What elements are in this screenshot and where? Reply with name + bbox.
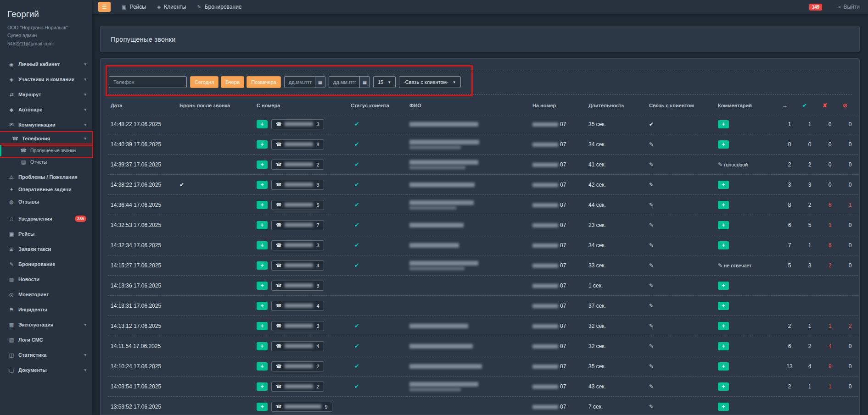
- call-from-number-button[interactable]: ☎2: [271, 382, 324, 392]
- phone-filter-input[interactable]: [109, 76, 187, 88]
- add-booking-button[interactable]: +: [257, 302, 268, 310]
- sidebar-item-route[interactable]: ⇄Маршрут▾: [0, 87, 92, 102]
- call-from-number-button[interactable]: ☎9: [271, 402, 332, 412]
- sidebar-item-personal-cabinet[interactable]: ◉Личный кабинет▾: [0, 57, 92, 72]
- add-booking-button[interactable]: +: [257, 120, 268, 128]
- add-booking-button[interactable]: +: [257, 282, 268, 290]
- sidebar-item-documents[interactable]: ▢Документы▾: [0, 363, 92, 378]
- add-comment-button[interactable]: +: [718, 201, 729, 209]
- add-booking-button[interactable]: +: [257, 362, 268, 371]
- add-booking-button[interactable]: +: [257, 342, 268, 350]
- per-page-select[interactable]: 15 ▼: [373, 76, 396, 88]
- topnav-booking[interactable]: ✎Бронирование: [197, 4, 241, 10]
- sidebar-item-participants[interactable]: ◈Участники и компании▾: [0, 72, 92, 87]
- add-comment-button[interactable]: +: [718, 362, 729, 371]
- call-from-number-button[interactable]: ☎3: [271, 240, 324, 250]
- sidebar-item-missed-calls[interactable]: ☎Пропущеные звонки: [0, 145, 92, 156]
- cell-to: 07: [530, 195, 586, 215]
- edit-icon[interactable]: ✎: [649, 383, 654, 390]
- sidebar-item-communications[interactable]: ✉Коммуникации▾: [0, 117, 92, 133]
- sidebar-item-statistics[interactable]: ◫Статистика▾: [0, 348, 92, 363]
- edit-icon[interactable]: ✎: [649, 242, 654, 249]
- sidebar-item-notifications[interactable]: ⍾Уведомления239: [0, 211, 92, 227]
- add-booking-button[interactable]: +: [257, 322, 268, 330]
- calendar-icon[interactable]: ▦: [315, 77, 325, 88]
- filter-today-button[interactable]: Сегодня: [190, 76, 218, 88]
- add-booking-button[interactable]: +: [257, 261, 268, 270]
- call-from-number-button[interactable]: ☎3: [271, 321, 324, 331]
- sidebar-item-incidents[interactable]: ⚑Инциденты: [0, 302, 92, 317]
- add-comment-button[interactable]: +: [718, 322, 729, 330]
- add-comment-button[interactable]: +: [718, 181, 729, 189]
- edit-icon[interactable]: ✎: [649, 202, 654, 208]
- call-from-number-button[interactable]: ☎2: [271, 361, 324, 371]
- edit-icon[interactable]: ✎: [649, 343, 654, 349]
- calendar-icon[interactable]: ▦: [359, 77, 370, 88]
- add-comment-button[interactable]: +: [718, 302, 729, 310]
- call-from-number-button[interactable]: ☎2: [271, 160, 324, 170]
- edit-icon[interactable]: ✎: [649, 323, 654, 329]
- menu-toggle-button[interactable]: ☰: [98, 2, 111, 12]
- add-comment-button[interactable]: +: [718, 382, 729, 391]
- add-comment-button[interactable]: +: [718, 140, 729, 149]
- date-from-input[interactable]: дд.мм.гггг ▦: [284, 76, 325, 88]
- sidebar-item-problems[interactable]: ⚠Проблемы / Пожелания: [0, 171, 92, 183]
- sidebar-item-monitoring[interactable]: ◎Мониторинг: [0, 287, 92, 302]
- logout-button[interactable]: ⇥ Выйти: [836, 4, 860, 10]
- edit-icon[interactable]: ✎: [649, 363, 654, 370]
- call-from-number-button[interactable]: ☎3: [271, 119, 324, 129]
- cell-link: ✎: [646, 235, 715, 255]
- topnav-clients[interactable]: ◈Клиенты: [157, 4, 186, 10]
- edit-icon[interactable]: ✎: [649, 282, 654, 289]
- add-booking-button[interactable]: +: [257, 140, 268, 149]
- add-comment-button[interactable]: +: [718, 120, 729, 128]
- sidebar-item-exploitation[interactable]: ▦Эксплуатация▾: [0, 317, 92, 332]
- add-booking-button[interactable]: +: [257, 181, 268, 189]
- add-comment-button[interactable]: +: [718, 403, 729, 411]
- add-booking-button[interactable]: +: [257, 221, 268, 229]
- call-from-number-button[interactable]: ☎4: [271, 301, 324, 311]
- sidebar-item-telephony[interactable]: ☎Телефония▾: [0, 133, 92, 145]
- call-from-number-button[interactable]: ☎4: [271, 260, 324, 271]
- cell-link: ✎: [646, 276, 715, 296]
- sidebar-item-fleet[interactable]: ◆Автопарк▾: [0, 102, 92, 117]
- call-from-number-button[interactable]: ☎3: [271, 281, 324, 291]
- sidebar-item-operational-tasks[interactable]: ✦Оперативные задачи: [0, 183, 92, 196]
- edit-icon[interactable]: ✎: [649, 141, 654, 148]
- call-from-number-button[interactable]: ☎4: [271, 341, 324, 351]
- add-booking-button[interactable]: +: [257, 160, 268, 169]
- add-booking-button[interactable]: +: [257, 241, 268, 249]
- date-to-input[interactable]: дд.мм.гггг ▦: [329, 76, 370, 88]
- add-comment-button[interactable]: +: [718, 282, 729, 290]
- add-booking-button[interactable]: +: [257, 382, 268, 391]
- call-from-number-button[interactable]: ☎7: [271, 220, 324, 230]
- add-comment-button[interactable]: +: [718, 241, 729, 249]
- edit-icon[interactable]: ✎: [649, 161, 654, 168]
- filter-day-before-yesterday-button[interactable]: Позавчера: [246, 76, 281, 88]
- call-from-number-button[interactable]: ☎5: [271, 200, 324, 210]
- sidebar-item-reports[interactable]: ▤Отчеты: [0, 156, 92, 168]
- add-booking-button[interactable]: +: [257, 201, 268, 209]
- notification-count-badge[interactable]: 149: [809, 4, 823, 11]
- sidebar-item-trips[interactable]: ▣Рейсы: [0, 227, 92, 242]
- edit-icon[interactable]: ✎: [649, 262, 654, 269]
- sidebar-item-sms-logs[interactable]: ▧Логи СМС: [0, 332, 92, 348]
- filter-yesterday-button[interactable]: Вчера: [221, 76, 244, 88]
- cell-date: 14:48:22 17.06.2025: [108, 114, 177, 134]
- call-from-number-button[interactable]: ☎8: [271, 139, 324, 149]
- sidebar-item-reviews[interactable]: ◍Отзывы: [0, 196, 92, 208]
- edit-icon[interactable]: ✎: [649, 182, 654, 188]
- add-booking-button[interactable]: +: [257, 403, 268, 411]
- sidebar-item-booking[interactable]: ✎Бронирование: [0, 257, 92, 272]
- sidebar-item-taxi-requests[interactable]: ⊞Заявки такси: [0, 242, 92, 257]
- topnav-trips[interactable]: ▣Рейсы: [122, 4, 146, 10]
- add-comment-button[interactable]: +: [718, 221, 729, 229]
- client-link-select[interactable]: -Связь с клиентом- ▼: [399, 76, 461, 88]
- edit-icon[interactable]: ✎: [649, 222, 654, 228]
- cell-to: 07: [530, 215, 586, 235]
- edit-icon[interactable]: ✎: [649, 404, 654, 410]
- sidebar-item-news[interactable]: ▥Новости: [0, 272, 92, 287]
- edit-icon[interactable]: ✎: [649, 303, 654, 309]
- call-from-number-button[interactable]: ☎3: [271, 180, 324, 190]
- add-comment-button[interactable]: +: [718, 342, 729, 350]
